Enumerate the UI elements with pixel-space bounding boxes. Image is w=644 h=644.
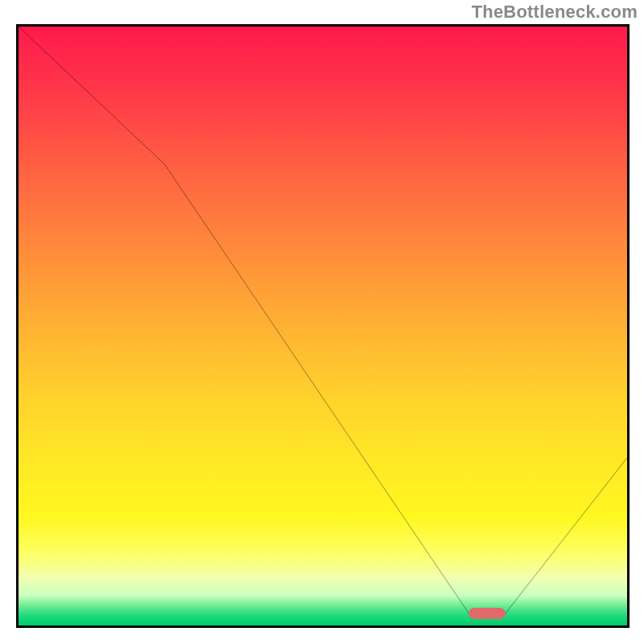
optimal-range-marker xyxy=(469,608,505,619)
watermark-text: TheBottleneck.com xyxy=(472,2,638,23)
plot-frame xyxy=(16,24,630,628)
curve-path xyxy=(19,27,627,613)
chart-container: TheBottleneck.com xyxy=(0,0,644,644)
bottleneck-curve xyxy=(19,27,627,625)
